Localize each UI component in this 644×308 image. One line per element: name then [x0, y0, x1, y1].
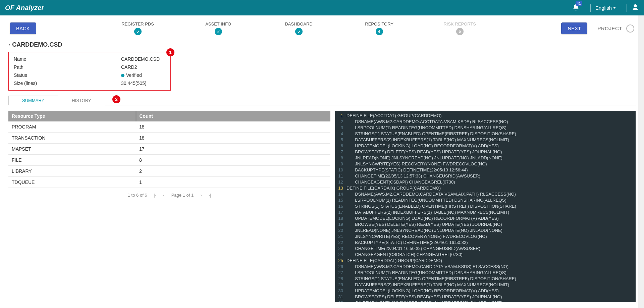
code-line: 18 UPDATEMODEL(LOCKING) LOAD(NO) RECORDF…	[335, 215, 636, 221]
line-number: 1	[335, 113, 346, 119]
pager-last-icon[interactable]: ›|	[209, 193, 211, 198]
wizard-step[interactable]: REPOSITORY4	[339, 21, 420, 35]
callout-badge-1: 1	[166, 48, 174, 56]
wizard-step[interactable]: RISK REPORTS5	[420, 21, 500, 35]
pager-range: 1 to 6 of 6	[128, 193, 147, 198]
code-line: 19 BROWSE(YES) DELETE(YES) READ(YES) UPD…	[335, 221, 636, 227]
user-menu-button[interactable]	[632, 4, 639, 12]
code-line: 4 STRINGS(1) STATUS(ENABLED) OPENTIME(FI…	[335, 131, 636, 137]
code-line: 12 CHANGEAGENT(CSDAPI) CHANGEAGREL(0730)	[335, 179, 636, 185]
line-text: DATABUFFERS(2) INDEXBUFFERS(1) TABLE(NO)…	[346, 137, 509, 143]
line-number: 5	[335, 137, 346, 143]
line-number: 11	[335, 173, 346, 179]
table-row[interactable]: FILE8	[8, 155, 330, 166]
table-row[interactable]: LIBRARY2	[8, 166, 330, 177]
table-row[interactable]: TRANSACTION18	[8, 133, 330, 144]
info-path-key: Path	[14, 64, 121, 70]
info-name-key: Name	[14, 56, 121, 62]
line-number: 32	[335, 300, 346, 302]
cell-resource-type: PROGRAM	[8, 121, 136, 133]
wizard-steps: REGISTER PDSASSET INFODASHBOARDREPOSITOR…	[50, 21, 548, 35]
col-count[interactable]: Count	[136, 111, 330, 121]
tab-history[interactable]: HISTORY	[58, 96, 105, 105]
wizard-step-label: RISK REPORTS	[443, 21, 476, 27]
line-number: 14	[335, 191, 346, 197]
language-selector[interactable]: English	[595, 5, 616, 11]
line-text: BROWSE(YES) DELETE(YES) READ(YES) UPDATE…	[346, 294, 502, 300]
header-divider	[590, 4, 591, 12]
table-row[interactable]: PROGRAM18	[8, 121, 330, 133]
line-text: CHANGEAGENT(CSDBATCH) CHANGEAGREL(0730)	[346, 252, 463, 258]
code-line: 31 BROWSE(YES) DELETE(YES) READ(YES) UPD…	[335, 294, 636, 300]
code-line: 23 CHANGETIME(22/04/01 16:50:32) CHANGEU…	[335, 246, 636, 252]
wizard-step-label: ASSET INFO	[205, 21, 231, 27]
line-text: LSRPOOLNUM(1) READINTEG(UNCOMMITTED) DSN…	[346, 125, 506, 131]
wizard-step[interactable]: ASSET INFO	[178, 21, 259, 35]
line-text: STRINGS(1) STATUS(ENABLED) OPENTIME(FIRS…	[346, 203, 516, 209]
page-title: CARDDEMO.CSD	[12, 41, 62, 48]
line-text: BROWSE(YES) DELETE(YES) READ(YES) UPDATE…	[346, 149, 502, 155]
code-line: 22 BACKUPTYPE(STATIC) DEFINETIME(22/04/0…	[335, 240, 636, 246]
info-name-value: CARDDEMO.CSD	[121, 56, 160, 62]
table-row[interactable]: MAPSET17	[8, 144, 330, 155]
project-status-circle	[626, 24, 634, 33]
line-number: 22	[335, 240, 346, 246]
line-text: BACKUPTYPE(STATIC) DEFINETIME(22/04/01 1…	[346, 240, 468, 246]
code-line: 26 DSNAME(AWS.M2.CARDDEMO.CARDDATA.VSAM.…	[335, 264, 636, 270]
line-number: 30	[335, 288, 346, 294]
tab-summary[interactable]: SUMMARY	[8, 96, 58, 105]
line-number: 27	[335, 270, 346, 276]
table-row[interactable]: TDQUEUE1	[8, 177, 330, 188]
line-text: STRINGS(1) STATUS(ENABLED) OPENTIME(FIRS…	[346, 131, 516, 137]
line-text: JNLREAD(NONE) JNLSYNCREAD(NO) JNLUPDATE(…	[346, 300, 502, 302]
wizard-step-label: REGISTER PDS	[121, 21, 154, 27]
window-scrollbar[interactable]	[638, 15, 644, 308]
line-number: 15	[335, 197, 346, 203]
line-text: DEFINE FILE(ACCTDAT) GROUP(CARDDEMO)	[346, 113, 442, 119]
code-line: 9 JNLSYNCWRITE(YES) RECOVERY(NONE) FWDRE…	[335, 161, 636, 167]
cell-count: 18	[136, 121, 330, 133]
cell-resource-type: TDQUEUE	[8, 177, 136, 188]
col-resource-type[interactable]: Resource Type	[8, 111, 136, 121]
line-text: BACKUPTYPE(STATIC) DEFINETIME(22/05/13 1…	[346, 167, 468, 173]
code-line: 6 UPDATEMODEL(LOCKING) LOAD(NO) RECORDFO…	[335, 143, 636, 149]
brand-title: OF Analyzer	[5, 4, 44, 12]
line-text: DEFINE FILE(CARDDAT) GROUP(CARDDEMO)	[346, 258, 442, 264]
line-text: LSRPOOLNUM(1) READINTEG(UNCOMMITTED) DSN…	[346, 197, 506, 203]
caret-down-icon	[613, 7, 616, 9]
code-line: 11 CHANGETIME(22/05/13 12:57:33) CHANGEU…	[335, 173, 636, 179]
line-number: 13	[335, 185, 346, 191]
back-button[interactable]: BACK	[10, 22, 36, 34]
file-info-box: 1 NameCARDDEMO.CSD PathCARD2 StatusVerif…	[8, 52, 171, 91]
pager-next-icon[interactable]: ›	[200, 193, 202, 198]
notifications-button[interactable]: 41	[572, 4, 580, 12]
line-number: 26	[335, 264, 346, 270]
code-line: 20 JNLREAD(NONE) JNLSYNCREAD(NO) JNLUPDA…	[335, 227, 636, 234]
pager-first-icon[interactable]: |‹	[154, 193, 157, 198]
cell-count: 17	[136, 144, 330, 155]
code-line: 30 UPDATEMODEL(LOCKING) LOAD(NO) RECORDF…	[335, 288, 636, 294]
line-number: 9	[335, 161, 346, 167]
code-line: 16 STRINGS(1) STATUS(ENABLED) OPENTIME(F…	[335, 203, 636, 209]
info-path-value: CARD2	[121, 64, 137, 70]
wizard-step[interactable]: DASHBOARD	[259, 21, 339, 35]
line-text: DSNAME(AWS.M2.CARDDEMO.CARDDATA.VSAM.AIX…	[346, 191, 516, 197]
chevron-left-icon: ‹	[8, 42, 10, 48]
user-icon	[632, 4, 639, 11]
wizard-step[interactable]: REGISTER PDS	[98, 21, 178, 35]
header-divider	[627, 4, 627, 12]
status-dot-icon	[121, 74, 124, 77]
line-text: DATABUFFERS(2) INDEXBUFFERS(1) TABLE(NO)…	[346, 209, 509, 215]
pager-prev-icon[interactable]: ‹	[163, 193, 164, 198]
code-viewer[interactable]: 1DEFINE FILE(ACCTDAT) GROUP(CARDDEMO)2 D…	[335, 111, 636, 302]
resource-table: Resource Type Count PROGRAM18TRANSACTION…	[8, 111, 330, 188]
breadcrumb[interactable]: ‹ CARDDEMO.CSD	[8, 41, 636, 48]
next-button[interactable]: NEXT	[561, 22, 587, 34]
tabs: SUMMARY HISTORY 2	[8, 95, 636, 105]
line-number: 23	[335, 246, 346, 252]
table-pager: 1 to 6 of 6 |‹ ‹ Page 1 of 1 › ›|	[8, 188, 330, 202]
page-content: ‹ CARDDEMO.CSD 1 NameCARDDEMO.CSD PathCA…	[0, 38, 644, 302]
notification-count-badge: 41	[576, 1, 582, 6]
line-number: 16	[335, 203, 346, 209]
line-number: 2	[335, 119, 346, 125]
